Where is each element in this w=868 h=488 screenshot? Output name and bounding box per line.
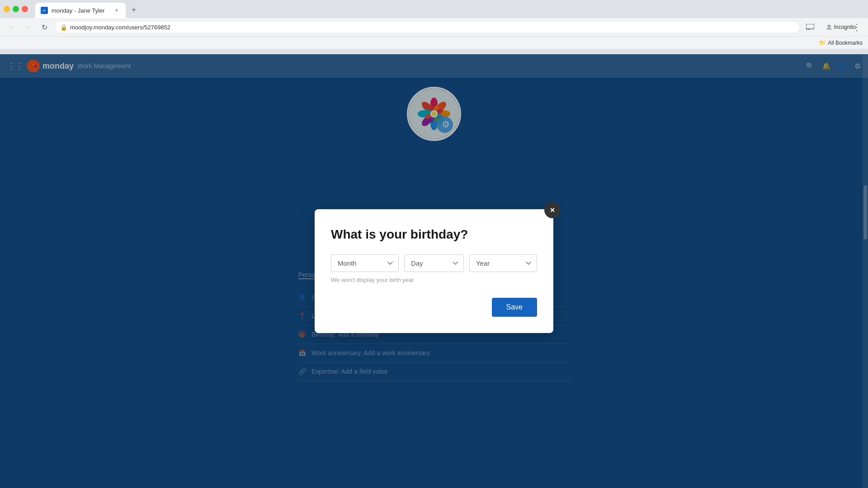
bookmarks-folder-icon: 📁 — [819, 40, 826, 46]
browser-toolbar: ← → ↻ 🔒 moodjoy.monday.com/users/5276985… — [0, 18, 868, 36]
year-select[interactable]: Year 2024 2000 1999 1990 1985 1980 — [469, 254, 537, 272]
save-button[interactable]: Save — [492, 298, 537, 317]
menu-button[interactable]: ⋮ — [850, 21, 863, 33]
browser-tab-monday[interactable]: m monday - Jane Tyler × — [35, 3, 126, 18]
toolbar-actions: ☆ Incognito ⋮ — [804, 21, 863, 33]
tab-title: monday - Jane Tyler — [52, 7, 109, 14]
cast-button[interactable] — [804, 21, 816, 33]
tab-close-button[interactable]: × — [113, 7, 120, 14]
svg-text:m: m — [43, 9, 45, 12]
birthday-modal: × What is your birthday? Month January F… — [315, 209, 553, 333]
modal-close-button[interactable]: × — [544, 202, 561, 218]
address-bar[interactable]: 🔒 moodjoy.monday.com/users/52769852 — [54, 21, 800, 33]
refresh-button[interactable]: ↻ — [38, 21, 51, 33]
month-select[interactable]: Month January February March April May J… — [331, 254, 399, 272]
forward-button[interactable]: → — [22, 21, 34, 33]
url-text: moodjoy.monday.com/users/52769852 — [70, 24, 170, 31]
maximize-button[interactable] — [13, 6, 19, 12]
bookmarks-bar: 📁 All Bookmarks — [0, 36, 868, 49]
tab-favicon: m — [41, 7, 48, 14]
close-window-button[interactable] — [22, 6, 28, 12]
birthday-dropdowns: Month January February March April May J… — [331, 254, 537, 272]
browser-titlebar: m monday - Jane Tyler × + — [0, 0, 868, 18]
modal-footer: Save — [331, 298, 537, 317]
modal-title: What is your birthday? — [331, 227, 537, 242]
minimize-button[interactable] — [4, 6, 10, 12]
new-tab-button[interactable]: + — [127, 4, 140, 16]
svg-point-3 — [828, 25, 830, 28]
browser-chrome: m monday - Jane Tyler × + ← → ↻ 🔒 moodjo… — [0, 0, 868, 54]
profile-button[interactable]: Incognito — [835, 21, 847, 33]
helper-text: We won't display your birth year — [331, 277, 537, 283]
modal-overlay: × What is your birthday? Month January F… — [0, 54, 868, 488]
day-select[interactable]: Day 1234 5678 9101112 13141516 17181920 … — [404, 254, 464, 272]
lock-icon: 🔒 — [60, 24, 67, 31]
all-bookmarks-link[interactable]: 📁 All Bookmarks — [819, 40, 863, 46]
main-content: ⋮⋮ monday Work Management 🔍 🔔 👤 ⚙ — [0, 54, 868, 488]
back-button[interactable]: ← — [5, 21, 18, 33]
svg-rect-2 — [806, 24, 814, 29]
